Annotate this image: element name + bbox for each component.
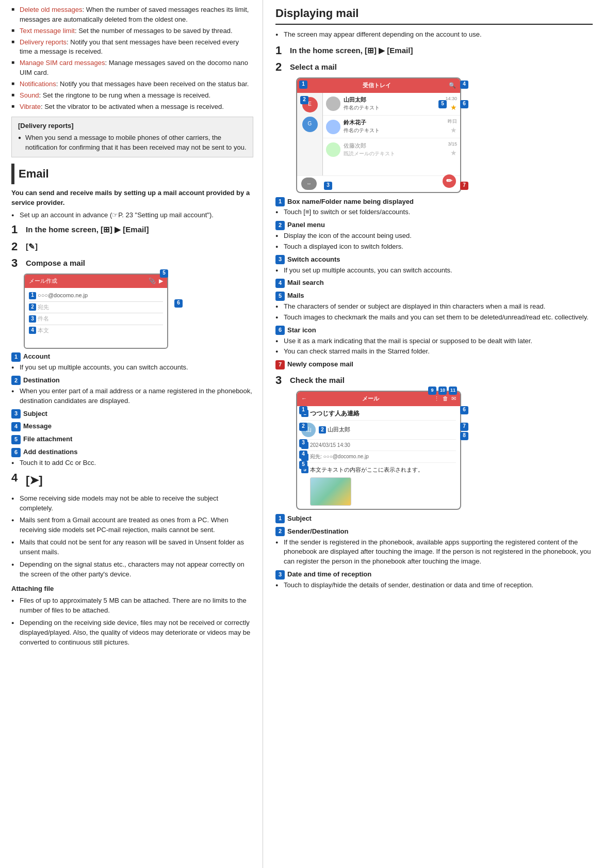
email-subtitle: You can send and receive mails by settin… [11,188,253,208]
inbox-star-1[interactable]: ★ [450,102,457,112]
inbox-phone-mock: ≡ 受信トレイ 🔍 E G [296,77,461,193]
check-icon-1: ⋮ [434,395,439,403]
annot-num-6: 6 [11,448,21,457]
inbox-header: ≡ 受信トレイ 🔍 [297,78,460,93]
inbox-mail-content-3: 佐藤次郎 既読メールのテキスト [344,142,448,157]
inbox-annot-detail-2-2: Touch a displayed icon to switch folders… [275,242,593,252]
step-num-1: 1 [11,223,23,236]
inbox-annot-details-2: Display the icon of the account being us… [275,231,593,252]
inbox-mail-time-2: 昨日 [448,118,457,125]
inbox-annot-details-1: Touch [≡] to switch or set folders/accou… [275,207,593,217]
link-notifications[interactable]: Notifications [20,80,56,88]
inbox-annot-title-3: Switch accounts [287,255,340,265]
annot-num-1: 1 [11,352,21,362]
inbox-annot-label-2: 2 Panel menu [275,220,593,230]
compose-badge-5: 5 [160,269,168,278]
inbox-annot-title-6: Star icon [287,326,316,335]
check-date-row: 3 2024/03/15 14:30 [301,442,456,452]
check-annot-num-1: 1 [275,514,285,523]
bullet-sim-card: Manage SIM card messages: Manage message… [11,58,253,78]
email-title: Email [19,166,49,182]
check-icon-2: 🗑 [443,395,448,403]
inbox-star-3[interactable]: ★ [450,148,457,158]
check-mail-annotations: 1 Subject 2 Sender/Destination If the se… [275,514,593,590]
compose-num-1: 1 [29,292,36,299]
inbox-annot-7: 7 Newly compose mail [275,360,593,369]
annot-num-5: 5 [11,435,21,444]
annot-file-attach-label: 5 File attachment [11,435,253,444]
compose-row-account: 1 ○○○@docomo.ne.jp [29,290,163,302]
check-annot-title-2: Sender/Destination [287,527,348,537]
inbox-mail-time-3: 3/15 [448,141,457,148]
inbox-badge-6: 6 [460,100,468,108]
inbox-star-2[interactable]: ★ [450,125,457,135]
setup-note: Set up an account in advance (☞P. 23 "Se… [11,211,253,220]
inbox-bottom-bar: ↔ [297,175,460,192]
link-delivery-reports[interactable]: Delivery reports [20,38,67,46]
link-delete-old[interactable]: Delete old messages [20,6,82,13]
compose-message-label: 本文 [38,327,49,335]
link-sim-card[interactable]: Manage SIM card messages [20,59,105,67]
inbox-annot-detail-6-2: You can check starred mails in the Starr… [275,347,593,357]
annot-file-attach-title: File attachment [23,435,72,444]
check-annot-label-3: 3 Date and time of reception [275,570,593,580]
inbox-mail-meta-3: 3/15 ★ [448,141,457,158]
inbox-annot-details-6: Use it as a mark indicating that the mai… [275,336,593,357]
inbox-mail-row-3: 佐藤次郎 既読メールのテキスト 3/15 ★ [323,138,460,160]
inbox-mail-content-1: 山田太郎 件名のテキスト [344,96,445,111]
link-text-limit[interactable]: Text message limit [20,27,75,35]
compose-row-to: 2 宛先 [29,302,163,314]
attaching-file-section: Attaching file Files of up to approximat… [11,584,253,647]
check-header-title: メール [362,395,379,403]
link-sound[interactable]: Sound [20,91,39,99]
compose-row-subject: 3 件名 [29,313,163,325]
inbox-annot-5: 5 Mails The characters of sender or subj… [275,291,593,323]
inbox-annot-num-1: 1 [275,197,285,206]
inbox-badge-3: 3 [324,182,332,190]
inbox-annot-3: 3 Switch accounts If you set up multiple… [275,255,593,276]
compose-header-bar: メール作成 📎 ▶ [25,275,167,288]
note-0: Some receiving side models may not be ab… [11,494,253,513]
check-annot-detail-2-1: If the sender is registered in the phone… [275,538,593,567]
email-step-1: 1 In the home screen, [⊞] ▶ [Email] [11,223,253,236]
right-step-text-3: Check the mail [290,374,345,386]
inbox-annot-detail-5-1: The characters of sender or subject are … [275,302,593,312]
check-mail-diagram: ← メール ⋮ 🗑 ✉ 1 つつじす人あ連絡 [296,391,471,510]
step-num-4: 4 [11,471,23,485]
inbox-mail-sender-3: 佐藤次郎 [344,142,448,150]
right-step-3: 3 Check the mail [275,374,593,387]
check-date-text: 2024/03/15 14:30 [310,442,350,449]
check-badge-9: 9 [428,387,436,395]
link-vibrate[interactable]: Vibrate [20,103,41,110]
check-annot-title-3: Date and time of reception [287,570,371,580]
check-annot-3: 3 Date and time of reception Touch to di… [275,570,593,590]
check-badge-7: 7 [460,423,468,431]
annot-file-attach: 5 File attachment [11,435,253,444]
annot-add-dest-title: Add destinations [23,447,77,457]
settings-bullet-list: Delete old messages: When the number of … [11,5,253,111]
inbox-annot-detail-1-1: Touch [≡] to switch or set folders/accou… [275,207,593,217]
check-badge-10: 10 [438,387,447,395]
compose-phone-mock: メール作成 📎 ▶ 1 ○○○@docomo.ne.jp 2 宛先 [24,274,168,349]
inbox-annot-label-3: 3 Switch accounts [275,255,593,265]
compose-to-label: 宛先 [38,303,49,312]
inbox-annot-label-1: 1 Box name/Folder name being displayed [275,197,593,207]
inbox-switch-btn[interactable]: ↔ [301,178,317,190]
inbox-badge-2: 2 [300,96,308,104]
bullet-text-1: : Set the number of messages to be saved… [75,27,233,35]
right-step-text-2: Select a mail [290,60,337,73]
inbox-mail-sender-2: 鈴木花子 [344,119,448,127]
compose-fab[interactable]: ✏ [443,174,456,188]
bullet-text-6: : Set the vibrator to be activated when … [41,103,224,110]
inbox-annot-num-3: 3 [275,255,285,264]
right-step-num-3: 3 [275,374,287,387]
compose-account-label: ○○○@docomo.ne.jp [38,292,88,300]
inbox-annot-title-2: Panel menu [287,220,325,230]
bullet-vibrate: Vibrate: Set the vibrator to be activate… [11,102,253,112]
step-text-3: Compose a mail [26,256,85,269]
compose-row-message: 4 本文 [29,325,163,346]
inbox-annot-details-3: If you set up multiple accounts, you can… [275,266,593,276]
right-step-2: 2 Select a mail [275,60,593,74]
bullet-delivery-reports: Delivery reports: Notify you that sent m… [11,38,253,57]
inbox-panel-avatar-2: G [302,117,318,132]
